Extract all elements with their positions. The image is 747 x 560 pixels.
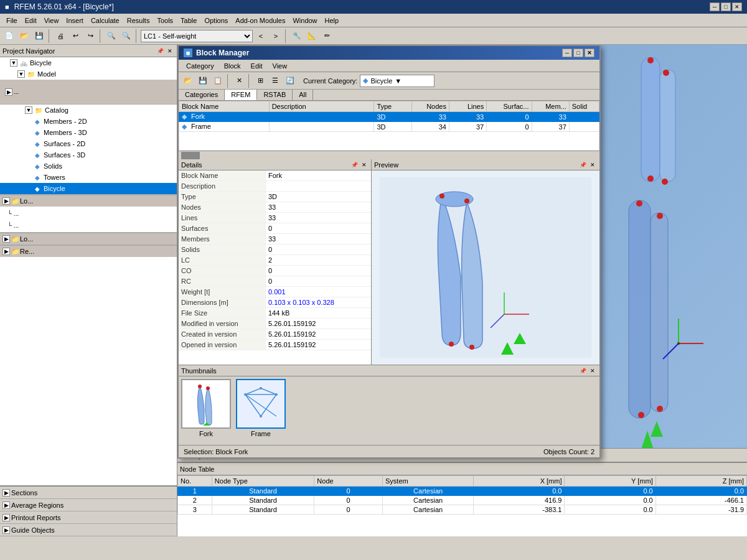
thumbnail-frame-box[interactable]: [236, 379, 286, 429]
bm-maximize[interactable]: □: [573, 49, 583, 57]
menu-insert[interactable]: Insert: [62, 16, 87, 26]
bm-close[interactable]: ✕: [585, 49, 594, 57]
tab-rfem[interactable]: RFEM: [225, 90, 257, 100]
thumbnails-close-button[interactable]: ✕: [588, 366, 597, 375]
tree-item-catalog[interactable]: ▼ 📁 Catalog: [0, 105, 177, 116]
table-row-frame[interactable]: ◆ Frame 3D 34 37 0 37: [179, 122, 599, 132]
thumbnail-fork[interactable]: Fork: [181, 379, 231, 437]
tree-item-towers[interactable]: ◆ Towers: [0, 172, 177, 183]
expand-printout[interactable]: ▶: [2, 514, 10, 521]
menu-addon[interactable]: Add-on Modules: [232, 16, 289, 26]
close-button[interactable]: ✕: [732, 2, 742, 11]
tree-item-surfaces3d[interactable]: ◆ Surfaces - 3D: [0, 149, 177, 161]
bm-tb-copy[interactable]: 📋: [211, 74, 225, 88]
section-printout[interactable]: ▶ Printout Reports: [0, 511, 177, 524]
tool-3[interactable]: ✏: [320, 29, 334, 43]
zoom-in-button[interactable]: 🔍: [105, 29, 118, 43]
expand-avg-regions[interactable]: ▶: [2, 502, 10, 509]
expand-model[interactable]: ▼: [17, 70, 25, 78]
preview-close-button[interactable]: ✕: [588, 161, 597, 169]
redo-button[interactable]: ↪: [83, 29, 97, 43]
menu-help[interactable]: Help: [321, 16, 343, 26]
section-guide-objects[interactable]: ▶ Guide Objects: [0, 524, 177, 536]
tab-categories[interactable]: Categories: [179, 90, 225, 100]
menu-calculate[interactable]: Calculate: [87, 16, 123, 26]
thumbnails-pin-button[interactable]: 📌: [578, 366, 587, 375]
section-avg-regions[interactable]: ▶ Average Regions: [0, 499, 177, 511]
bm-tb-grid[interactable]: ⊞: [253, 74, 267, 88]
thumbnail-frame[interactable]: Frame: [236, 379, 286, 437]
thumbnail-fork-box[interactable]: [181, 379, 231, 429]
details-scroll[interactable]: Block Name Fork Description Type 3D N: [179, 170, 371, 365]
bm-tb-save[interactable]: 💾: [196, 74, 210, 88]
menu-window[interactable]: Window: [289, 16, 321, 26]
node-table-row-3[interactable]: 3 Standard 0 Cartesian -383.1 0.0 -31.9: [178, 505, 747, 515]
bm-tb-delete[interactable]: ✕: [232, 74, 246, 88]
table-hscrollbar[interactable]: [179, 151, 599, 159]
tree-item-surfaces2d[interactable]: ◆ Surfaces - 2D: [0, 138, 177, 149]
tab-rstab[interactable]: RSTAB: [257, 90, 293, 100]
menu-file[interactable]: File: [2, 16, 21, 26]
open-button[interactable]: 📂: [17, 29, 31, 43]
new-button[interactable]: 📄: [2, 29, 16, 43]
next-button[interactable]: >: [269, 29, 283, 43]
tree-section-results[interactable]: ▶ 📁 Re...: [0, 245, 177, 257]
bm-menu-category[interactable]: Category: [181, 61, 219, 71]
nav-pin-button[interactable]: 📌: [156, 47, 164, 55]
menu-tools[interactable]: Tools: [153, 16, 177, 26]
expand-guide-objects[interactable]: ▶: [2, 526, 10, 534]
bm-tb-list[interactable]: ☰: [268, 74, 282, 88]
expand-bicycle[interactable]: ▼: [10, 59, 17, 67]
tree-item-bicycle-catalog[interactable]: ◆ Bicycle: [0, 183, 177, 194]
tree-item-model[interactable]: ▼ 📁 Model: [0, 68, 177, 80]
expand-catalog[interactable]: ▼: [25, 106, 32, 114]
block-manager-title-bar[interactable]: ■ Block Manager ─ □ ✕: [179, 46, 599, 60]
node-table-row-2[interactable]: 2 Standard 0 Cartesian 416.9 0.0 -466.1: [178, 496, 747, 505]
tool-2[interactable]: 📐: [305, 29, 319, 43]
expand-loads1[interactable]: ▶: [2, 197, 10, 205]
bm-menu-block[interactable]: Block: [219, 61, 246, 71]
tree-section-loads1[interactable]: ▶ 📁 Lo...: [0, 194, 177, 207]
nav-close-button[interactable]: ✕: [166, 47, 174, 55]
preview-pin-button[interactable]: 📌: [578, 161, 587, 169]
table-row-fork[interactable]: ◆ Fork 3D 33 33 0 33: [179, 112, 599, 122]
save-button[interactable]: 💾: [32, 29, 46, 43]
print-button[interactable]: 🖨: [54, 29, 67, 43]
tree-item-solids[interactable]: ◆ Solids: [0, 161, 177, 172]
menu-table[interactable]: Table: [177, 16, 200, 26]
details-close-button[interactable]: ✕: [360, 161, 369, 169]
bm-tb-refresh[interactable]: 🔄: [283, 74, 297, 88]
bottom-table-scroll[interactable]: No. Node Type Node System X [mm] Y [mm] …: [177, 475, 747, 536]
prev-button[interactable]: <: [254, 29, 268, 43]
bm-menu-view[interactable]: View: [268, 61, 293, 71]
category-select[interactable]: ◆ Bicycle ▼: [360, 75, 435, 87]
expand-group[interactable]: ▶: [5, 88, 12, 96]
tree-item-bicycle-root[interactable]: ▼ 🚲 Bicycle: [0, 57, 177, 68]
menu-edit[interactable]: Edit: [21, 16, 40, 26]
minimize-button[interactable]: ─: [710, 2, 720, 11]
tool-1[interactable]: 🔧: [290, 29, 304, 43]
details-pin-button[interactable]: 📌: [350, 161, 359, 169]
menu-options[interactable]: Options: [200, 16, 232, 26]
tree-item-members3d[interactable]: ◆ Members - 3D: [0, 127, 177, 138]
menu-results[interactable]: Results: [123, 16, 154, 26]
maximize-button[interactable]: □: [721, 2, 731, 11]
bm-minimize[interactable]: ─: [562, 49, 572, 57]
node-table-row-1[interactable]: 1 Standard 0 Cartesian 0.0 0.0 0.0: [178, 487, 747, 496]
tree-collapsed-group-1[interactable]: ▶ ...: [0, 80, 177, 105]
bm-menu-edit[interactable]: Edit: [246, 61, 268, 71]
expand-loads2[interactable]: ▶: [2, 235, 10, 243]
tree-sub-2[interactable]: └ ...: [5, 220, 172, 231]
expand-sections[interactable]: ▶: [2, 489, 10, 497]
tree-item-members2d[interactable]: ◆ Members - 2D: [0, 116, 177, 127]
undo-button[interactable]: ↩: [68, 29, 82, 43]
zoom-out-button[interactable]: 🔍: [120, 29, 133, 43]
load-case-select[interactable]: LC1 - Self-weight: [141, 30, 253, 42]
section-sections[interactable]: ▶ Sections: [0, 487, 177, 499]
bm-tb-open[interactable]: 📂: [181, 74, 195, 88]
tree-section-loads2[interactable]: ▶ 📁 Lo...: [0, 232, 177, 245]
tree-sub-1[interactable]: └ ...: [5, 208, 172, 219]
tab-all[interactable]: All: [293, 90, 313, 100]
menu-view[interactable]: View: [40, 16, 63, 26]
hscroll-thumb[interactable]: [181, 152, 200, 159]
